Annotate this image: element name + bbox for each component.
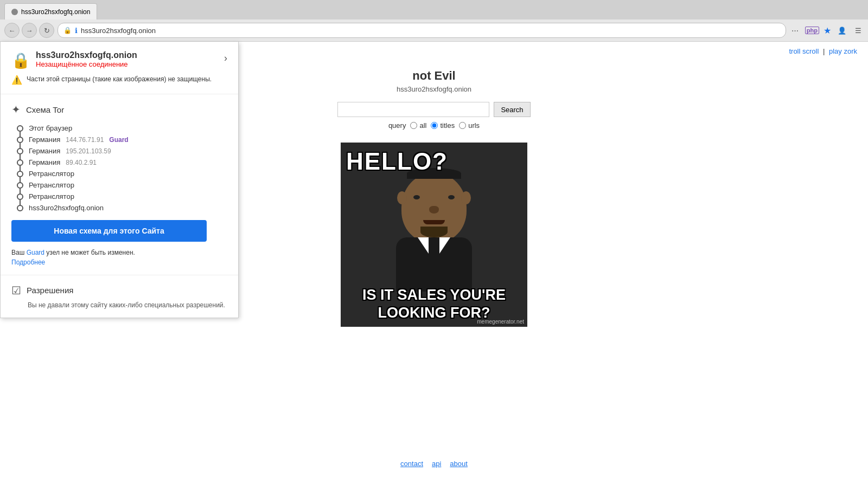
- urls-radio[interactable]: [459, 122, 466, 129]
- person-eye-right: [448, 195, 455, 199]
- sync-icon[interactable]: 👤: [835, 25, 848, 36]
- titles-label: titles: [440, 121, 455, 130]
- circuit-item-3: Германия 89.40.2.91: [17, 157, 227, 168]
- tor-header: ✦ Схема Tor: [11, 103, 227, 116]
- circuit-ip: 195.201.103.59: [66, 147, 111, 155]
- tab-favicon: [11, 9, 18, 15]
- address-box[interactable]: 🔒 ℹ hss3uro2hsxfogfq.onion: [58, 23, 786, 38]
- permissions-text: Вы не давали этому сайту каких-либо спец…: [11, 301, 227, 309]
- popup-header: 🔒 hss3uro2hsxfogfq.onion Незащищённое со…: [11, 50, 227, 69]
- circuit-label: Ретранслятор: [29, 181, 74, 189]
- php-tag: php: [805, 27, 819, 34]
- person-collar-left: [418, 237, 429, 254]
- circuit-label: Германия: [29, 158, 60, 166]
- nav-buttons: ← → ↻: [4, 23, 54, 38]
- circuit-node: [17, 137, 23, 143]
- meme-bottom-text: IS IT SALES YOU'RE LOOKING FOR?: [346, 286, 522, 321]
- troll-scroll-link[interactable]: troll scroll: [789, 47, 819, 55]
- popup-title-group: 🔒 hss3uro2hsxfogfq.onion Незащищённое со…: [11, 50, 137, 69]
- bookmark-star-icon[interactable]: ★: [824, 25, 831, 36]
- all-label: all: [419, 121, 426, 130]
- guard-badge: Guard: [109, 136, 128, 144]
- contact-link[interactable]: contact: [400, 460, 423, 468]
- warning-icon: ⚠️: [11, 75, 22, 85]
- page-wrapper: 🔒 hss3uro2hsxfogfq.onion Незащищённое со…: [0, 42, 868, 478]
- person-eye-left: [413, 195, 420, 199]
- tor-schema-icon: ✦: [11, 103, 21, 116]
- circuit-item-1: Германия 144.76.71.91 Guard: [17, 134, 227, 145]
- permissions-title: Разрешения: [27, 286, 73, 295]
- person-ear-left: [397, 191, 407, 204]
- play-zork-link[interactable]: play zork: [829, 47, 857, 55]
- circuit-node: [17, 205, 23, 211]
- toolbar-right: ⋯ php ★ 👤 ☰: [789, 25, 864, 36]
- query-label: query: [388, 121, 406, 130]
- circuit-item-0: Этот браузер: [17, 122, 227, 134]
- search-options: query all titles urls: [388, 121, 480, 130]
- circuit-label: hss3uro2hsxfogfq.onion: [29, 204, 104, 212]
- meme-top-text: HELLO?: [346, 148, 522, 175]
- permissions-section: ☑ Разрешения Вы не давали этому сайту ка…: [1, 275, 238, 318]
- circuit-node: [17, 148, 23, 154]
- insecure-label: Незащищённое соединение: [36, 60, 137, 68]
- back-button[interactable]: ←: [4, 23, 20, 38]
- refresh-button[interactable]: ↻: [39, 23, 54, 38]
- circuit-label: Германия: [29, 147, 60, 155]
- tab-bar: hss3uro2hsxfogfq.onion: [0, 0, 868, 20]
- circuit-item-2: Германия 195.201.103.59: [17, 145, 227, 157]
- person-collar-right: [439, 237, 450, 254]
- tor-section: ✦ Схема Tor Этот браузер Германия 144.76…: [1, 94, 238, 275]
- urls-radio-label[interactable]: urls: [459, 121, 480, 130]
- footer-links: contact api about: [400, 460, 468, 468]
- tor-circuit: Этот браузер Германия 144.76.71.91 Guard…: [11, 122, 227, 214]
- circuit-item-6: Ретранслятор: [17, 191, 227, 202]
- chevron-right-icon[interactable]: ›: [224, 53, 227, 64]
- popup-warning: ⚠️ Части этой страницы (такие как изобра…: [11, 75, 227, 85]
- ellipsis-button[interactable]: ⋯: [789, 25, 801, 36]
- circuit-node: [17, 193, 23, 200]
- about-link[interactable]: about: [450, 460, 468, 468]
- all-radio-label[interactable]: all: [410, 121, 426, 130]
- site-title: not Evil: [412, 69, 455, 83]
- permissions-header: ☑ Разрешения: [11, 284, 227, 297]
- person-nose: [429, 206, 439, 214]
- meme-image: HELLO? IS IT SALES YOU'RE: [341, 143, 527, 327]
- site-url: hss3uro2hsxfogfq.onion: [397, 85, 471, 93]
- popup-domain: hss3uro2hsxfogfq.onion: [36, 50, 137, 60]
- circuit-ip: 89.40.2.91: [66, 159, 97, 166]
- tor-schema-label: Схема Tor: [26, 105, 64, 114]
- top-links: troll scroll | play zork: [789, 47, 857, 55]
- circuit-item-7: hss3uro2hsxfogfq.onion: [17, 202, 227, 214]
- warning-text: Части этой страницы (такие как изображен…: [27, 75, 212, 84]
- lock-icon: 🔒: [11, 51, 30, 69]
- more-info-link[interactable]: Подробнее: [11, 259, 227, 266]
- search-input[interactable]: [337, 102, 489, 117]
- all-radio[interactable]: [410, 122, 417, 129]
- api-link[interactable]: api: [432, 460, 441, 468]
- person-head: [401, 172, 467, 243]
- circuit-label: Германия: [29, 135, 60, 144]
- person-mouth: [423, 220, 445, 224]
- security-lock-icon: 🔒: [63, 27, 72, 34]
- titles-radio[interactable]: [431, 122, 438, 129]
- info-icon: ℹ: [75, 27, 78, 35]
- browser-chrome: hss3uro2hsxfogfq.onion ← → ↻ 🔒 ℹ hss3uro…: [0, 0, 868, 42]
- circuit-item-4: Ретранслятор: [17, 168, 227, 179]
- forward-button[interactable]: →: [22, 23, 37, 38]
- active-tab[interactable]: hss3uro2hsxfogfq.onion: [4, 3, 97, 20]
- menu-icon[interactable]: ☰: [853, 25, 864, 36]
- circuit-node: [17, 171, 23, 177]
- circuit-label: Этот браузер: [29, 124, 72, 132]
- address-text: hss3uro2hsxfogfq.onion: [81, 27, 780, 35]
- security-popup: 🔒 hss3uro2hsxfogfq.onion Незащищённое со…: [0, 42, 239, 318]
- person-beard: [420, 227, 448, 237]
- new-circuit-button[interactable]: Новая схема для этого Сайта: [11, 220, 207, 242]
- guard-note: Ваш Guard узел не может быть изменен.: [11, 248, 227, 257]
- address-bar-row: ← → ↻ 🔒 ℹ hss3uro2hsxfogfq.onion ⋯ php ★…: [0, 20, 868, 41]
- search-form: Search: [337, 102, 530, 117]
- titles-radio-label[interactable]: titles: [431, 121, 455, 130]
- search-button[interactable]: Search: [494, 102, 530, 117]
- link-separator: |: [823, 47, 827, 55]
- permissions-icon: ☑: [11, 284, 21, 297]
- guard-link[interactable]: Guard: [27, 249, 44, 256]
